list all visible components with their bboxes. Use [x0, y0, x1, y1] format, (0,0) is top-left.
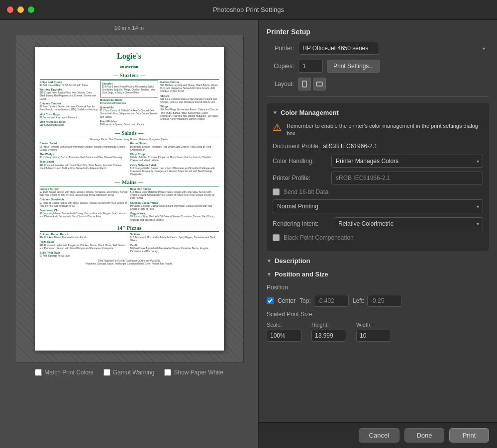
match-print-colors-input[interactable]	[35, 369, 42, 376]
menu-col-left: Chips and Queso $7 Add Ground Beef for $…	[40, 81, 98, 128]
warning-icon: ⚠	[273, 122, 282, 132]
menu-col-middle: Sampler $14 Pick 3 Items Fried Pickles, …	[100, 81, 158, 128]
height-label: Height:	[311, 322, 346, 328]
printer-profile-value: sRGB IEC61966-2.1	[331, 172, 483, 184]
sps-row: Scale: Height: Width:	[267, 322, 489, 342]
printer-select-wrapper: HP OfficeJet 4650 series	[298, 42, 489, 55]
menu-starters-cols: Chips and Queso $7 Add Ground Beef for $…	[40, 81, 219, 128]
width-input[interactable]	[356, 330, 391, 342]
doc-profile-label: Document Profile:	[273, 143, 320, 150]
match-print-colors-checkbox[interactable]: Match Print Colors	[35, 369, 94, 376]
top-input[interactable]	[314, 295, 349, 307]
print-settings-button[interactable]: Print Settings...	[327, 60, 380, 73]
bottom-action-bar: Cancel Done Print	[259, 422, 497, 448]
normal-printing-select[interactable]: Normal Printing	[273, 199, 483, 213]
printer-select[interactable]: HP OfficeJet 4650 series	[298, 42, 379, 55]
pos-size-header[interactable]: ▼ Position and Size	[267, 270, 489, 278]
pos-size-chevron: ▼	[267, 271, 272, 277]
done-button[interactable]: Done	[404, 428, 444, 443]
color-management-box: ▼ Color Management ⚠ Remember to enable …	[267, 103, 489, 251]
bottom-checkboxes: Match Print Colors Gamut Warning Show Pa…	[35, 369, 223, 376]
menu-section-mains: — Mains —	[40, 179, 219, 186]
landscape-layout-icon[interactable]	[313, 78, 326, 90]
show-paper-white-label: Show Paper White	[174, 369, 223, 376]
copies-input[interactable]	[298, 60, 323, 73]
right-panel: Printer Setup Printer: HP OfficeJet 4650…	[259, 20, 497, 448]
color-handling-row: Color Handling: Printer Manages Colors	[273, 155, 483, 168]
portrait-layout-icon[interactable]	[298, 78, 311, 90]
center-checkbox[interactable]	[267, 297, 274, 304]
color-handling-select-wrapper: Printer Manages Colors	[331, 155, 483, 168]
center-row: Center Top: Left:	[267, 295, 489, 307]
sps-label: Scaled Print Size	[267, 311, 489, 318]
cancel-button[interactable]: Cancel	[359, 428, 399, 443]
menu-section-starters: — Starters —	[40, 72, 219, 79]
pos-size-title: Position and Size	[275, 270, 328, 278]
printer-profile-row: Printer Profile: sRGB IEC61966-2.1	[273, 172, 483, 184]
send-16bit-checkbox[interactable]	[273, 188, 280, 195]
rendering-intent-row: Rendering Intent: Relative Colorimetric	[273, 217, 483, 230]
menu-page: Logie'son overton — Starters — Chips and…	[35, 47, 224, 269]
send-16bit-row: Send 16-bit Data	[273, 188, 483, 195]
layout-label: Layout:	[267, 81, 294, 88]
top-label: Top:	[299, 297, 311, 304]
menu-col-right: Raider Nachos $10 Nachos Layered with Qu…	[160, 81, 218, 128]
gamut-warning-label: Gamut Warning	[113, 369, 155, 376]
printer-row: Printer: HP OfficeJet 4650 series	[267, 42, 489, 55]
doc-profile-row: Document Profile: sRGB IEC61966-2.1	[273, 143, 483, 150]
warning-text: Remember to enable the printer's color m…	[287, 122, 483, 138]
close-button[interactable]	[7, 6, 13, 13]
maximize-button[interactable]	[28, 6, 34, 13]
show-paper-white-input[interactable]	[164, 369, 171, 376]
minimize-button[interactable]	[17, 6, 24, 13]
center-label: Center	[278, 297, 296, 304]
menu-section-pizzas: 14" Pizzas	[40, 224, 219, 232]
position-and-size-section: ▼ Position and Size Position Center Top:…	[267, 270, 489, 342]
layout-row: Layout:	[267, 78, 489, 90]
top-field: Top:	[299, 295, 349, 307]
main-container: 10 in x 14 in Logie'son overton — Starte…	[0, 20, 497, 448]
menu-section-salads: — Salads —	[40, 129, 219, 137]
show-paper-white-checkbox[interactable]: Show Paper White	[164, 369, 223, 376]
black-point-checkbox[interactable]	[273, 234, 280, 241]
divider-1	[267, 96, 489, 97]
gamut-warning-checkbox[interactable]: Gamut Warning	[103, 369, 155, 376]
description-chevron: ▼	[267, 258, 272, 264]
warning-row: ⚠ Remember to enable the printer's color…	[273, 122, 483, 138]
match-print-colors-label: Match Print Colors	[44, 369, 94, 376]
width-field: Width:	[356, 322, 391, 342]
scale-input[interactable]	[267, 330, 301, 342]
window-title: Photoshop Print Settings	[213, 6, 284, 13]
layout-icons	[298, 78, 326, 90]
height-field: Height:	[311, 322, 346, 342]
copies-label: Copies:	[267, 63, 294, 70]
description-header[interactable]: ▼ Description	[267, 257, 489, 265]
menu-restaurant-name: Logie'son overton	[40, 51, 219, 70]
color-management-header[interactable]: ▼ Color Management	[273, 109, 483, 116]
color-handling-select[interactable]: Printer Manages Colors	[331, 155, 483, 168]
printer-profile-label: Printer Profile:	[273, 175, 327, 181]
printer-setup-title: Printer Setup	[267, 28, 489, 36]
doc-profile-value: sRGB IEC61966-2.1	[323, 143, 377, 150]
description-section: ▼ Description	[267, 257, 489, 265]
width-label: Width:	[356, 322, 391, 328]
preview-size-label: 10 in x 14 in	[114, 25, 144, 31]
description-title: Description	[275, 257, 310, 265]
normal-printing-wrapper: Normal Printing	[273, 199, 483, 213]
height-input[interactable]	[311, 330, 346, 342]
svg-rect-0	[302, 81, 306, 87]
color-management-title: Color Management	[281, 109, 339, 116]
scale-field: Scale:	[267, 322, 301, 342]
menu-mains-cols: Logie's Burger $9 1/2lb Burger Served wi…	[40, 187, 219, 223]
svg-rect-1	[316, 82, 322, 86]
print-button[interactable]: Print	[449, 428, 489, 443]
black-point-row: Black Point Compensation	[273, 234, 483, 241]
black-point-label: Black Point Compensation	[284, 234, 354, 241]
gamut-warning-input[interactable]	[103, 369, 110, 376]
window-controls	[7, 6, 34, 13]
printer-label: Printer:	[267, 45, 294, 52]
left-input[interactable]	[367, 295, 402, 307]
rendering-intent-select[interactable]: Relative Colorimetric	[334, 217, 483, 230]
title-bar: Photoshop Print Settings	[0, 0, 497, 20]
position-label: Position	[267, 284, 489, 291]
